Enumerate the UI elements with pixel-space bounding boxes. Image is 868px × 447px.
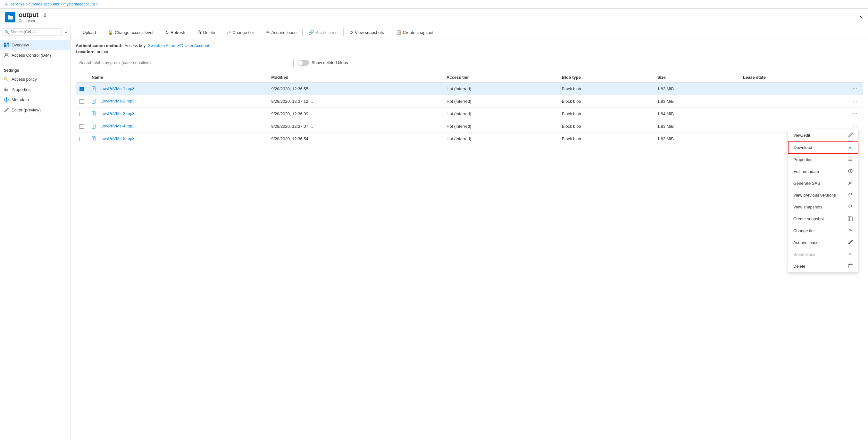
row-checkbox-3[interactable]: [80, 124, 84, 129]
col-size[interactable]: Size: [654, 72, 739, 82]
ctx-item-change-tier[interactable]: Change tier: [788, 225, 858, 237]
sidebar-collapse-icon[interactable]: «: [65, 30, 68, 35]
access-tier-0: Hot (Inferred): [443, 82, 558, 95]
create-snapshot-button[interactable]: 📋 Create snapshot: [393, 28, 437, 36]
ctx-item-edit-metadata[interactable]: Edit metadata: [788, 166, 858, 177]
ctx-item-generate-sas[interactable]: Generate SAS: [788, 177, 858, 189]
blob-table: Name Modified Access tier Blob type Size…: [75, 72, 863, 145]
ctx-item-delete[interactable]: Delete: [788, 260, 858, 272]
modified-2: 9/28/2020, 12:36:39 ...: [267, 108, 443, 120]
upload-button[interactable]: ↑ Upload: [75, 28, 99, 36]
ctx-item-view-edit[interactable]: View/edit: [788, 129, 858, 141]
sidebar-item-metadata[interactable]: Metadata: [0, 95, 70, 105]
breadcrumb-sep-1: >: [26, 3, 28, 6]
size-4: 1.83 MiB: [654, 133, 739, 145]
toolbar-sep-4: [221, 29, 221, 36]
sidebar-item-editor[interactable]: Editor (preview): [0, 105, 70, 115]
print-icon[interactable]: 🖨: [43, 12, 47, 17]
sidebar-search-input[interactable]: [3, 28, 62, 36]
change-tier-icon: ⇄: [227, 30, 231, 35]
file-name-1[interactable]: LowPriVMs-2.mp3: [101, 99, 135, 103]
file-name-0[interactable]: LowPriVMs-1.mp3: [101, 86, 135, 91]
ctx-label-view-prev-versions: View previous versions: [793, 193, 836, 198]
acquire-lease-button[interactable]: ✏ Acquire lease: [263, 28, 300, 36]
blob-search-input[interactable]: [75, 58, 293, 67]
size-0: 1.83 MiB: [654, 82, 739, 95]
toolbar-sep-5: [260, 29, 260, 36]
ctx-icon-generate-sas: [848, 180, 853, 186]
sidebar-item-iam[interactable]: Access Control (IAM): [0, 50, 70, 60]
breadcrumb-storage-accounts[interactable]: Storage accounts: [29, 2, 59, 6]
table-row: LowPriVMs-3.mp3 9/28/2020, 12:36:39 ... …: [75, 108, 863, 120]
acquire-lease-label: Acquire lease: [272, 30, 297, 35]
upload-label: Upload: [83, 30, 96, 35]
more-options-0[interactable]: ···: [851, 85, 859, 92]
overview-label: Overview: [11, 43, 29, 47]
ctx-item-acquire-lease[interactable]: Acquire lease: [788, 237, 858, 248]
change-tier-button[interactable]: ⇄ Change tier: [224, 28, 257, 36]
row-checkbox-4[interactable]: [80, 137, 84, 141]
ctx-icon-view-prev-versions: [848, 192, 853, 198]
col-lease-state[interactable]: Lease state: [739, 72, 847, 82]
change-tier-label: Change tier: [232, 30, 254, 35]
close-button[interactable]: ×: [859, 14, 863, 21]
row-checkbox-0[interactable]: ✓: [80, 87, 84, 91]
col-modified[interactable]: Modified: [267, 72, 443, 82]
change-access-button[interactable]: 🔒 Change access level: [104, 28, 156, 36]
file-name-4[interactable]: LowPriVMs-5.mp3: [101, 136, 135, 141]
ctx-item-properties[interactable]: Properties: [788, 154, 858, 166]
settings-section-label: Settings: [0, 64, 70, 74]
col-actions: [847, 72, 863, 82]
switch-auth-link[interactable]: Switch to Azure AD User Account: [148, 43, 209, 48]
break-lease-label: Break lease: [315, 30, 338, 35]
refresh-button[interactable]: ↻ Refresh: [162, 28, 188, 36]
lease-state-0: [739, 82, 847, 95]
more-options-3[interactable]: ···: [851, 123, 859, 130]
svg-line-48: [848, 183, 850, 185]
ctx-item-view-snapshots[interactable]: View snapshots: [788, 201, 858, 213]
breadcrumb-mystorageaccount[interactable]: mystorageaccount: [63, 2, 95, 6]
file-name-2[interactable]: LowPriVMs-3.mp3: [101, 111, 135, 116]
size-3: 1.83 MiB: [654, 120, 739, 133]
editor-label: Editor (preview): [11, 108, 41, 112]
delete-button[interactable]: 🗑 Delete: [194, 28, 219, 36]
auth-method-line: Authentication method: Access key Switch…: [75, 43, 863, 48]
toolbar-sep-8: [390, 29, 390, 36]
more-options-1[interactable]: ···: [851, 98, 859, 105]
col-name[interactable]: Name: [88, 72, 267, 82]
ctx-item-download[interactable]: Download: [788, 141, 858, 154]
sidebar-item-access-policy[interactable]: Access policy: [0, 74, 70, 84]
row-checkbox-1[interactable]: [80, 99, 84, 104]
col-access-tier[interactable]: Access tier: [443, 72, 558, 82]
row-checkbox-2[interactable]: [80, 112, 84, 116]
ctx-item-create-snapshot[interactable]: Create snapshot: [788, 213, 858, 225]
toolbar-sep-6: [302, 29, 303, 36]
ctx-label-change-tier: Change tier: [793, 228, 815, 233]
breadcrumb-sep-2: >: [60, 3, 62, 6]
show-deleted-toggle[interactable]: [298, 60, 309, 66]
svg-rect-50: [849, 217, 852, 221]
ctx-icon-edit-metadata: [848, 168, 853, 174]
blob-type-3: Block blob: [558, 120, 654, 133]
more-options-2[interactable]: ···: [851, 110, 859, 117]
file-icon-4: [92, 136, 99, 141]
break-lease-icon: 🔗: [308, 30, 314, 35]
view-snapshots-button[interactable]: ↺ View snapshots: [346, 28, 387, 36]
file-name-3[interactable]: LowPriVMs-4.mp3: [101, 124, 135, 128]
svg-point-7: [5, 53, 7, 55]
ctx-label-view-snapshots: View snapshots: [793, 205, 823, 209]
ctx-label-view-edit: View/edit: [793, 133, 810, 138]
sidebar-item-overview[interactable]: Overview: [0, 40, 70, 50]
file-icon-1: [92, 99, 99, 103]
breadcrumb-all-services[interactable]: All services: [5, 2, 25, 6]
main-content: ↑ Upload 🔒 Change access level ↻ Refresh…: [70, 26, 868, 441]
break-lease-button[interactable]: 🔗 Break lease: [305, 28, 341, 36]
create-snapshot-icon: 📋: [396, 30, 401, 35]
modified-3: 9/28/2020, 12:37:07 ...: [267, 120, 443, 133]
blob-type-2: Block blob: [558, 108, 654, 120]
sidebar-item-properties[interactable]: Properties: [0, 84, 70, 95]
ctx-item-view-prev-versions[interactable]: View previous versions: [788, 189, 858, 201]
col-blob-type[interactable]: Blob type: [558, 72, 654, 82]
svg-point-14: [5, 89, 5, 90]
svg-rect-6: [7, 45, 9, 47]
